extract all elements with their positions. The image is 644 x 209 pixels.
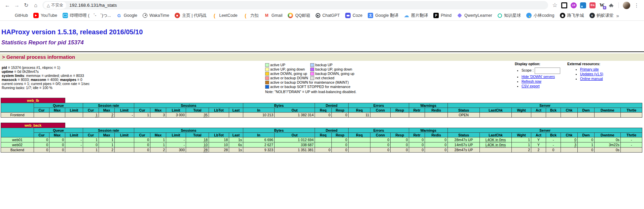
cell: 338 687 <box>275 142 315 148</box>
column-header: LbTot <box>209 133 229 137</box>
cell: 14m57s UP <box>448 142 480 148</box>
security-chip[interactable]: △ 不安全 <box>44 2 66 9</box>
forward-icon[interactable]: → <box>12 1 22 10</box>
bookmark-likou[interactable]: 力扣 <box>240 12 261 19</box>
haproxy-version-link[interactable]: HAProxy version 1.5.18, released 2016/05… <box>1 28 143 36</box>
scope-input[interactable] <box>535 68 560 74</box>
cell: 1 <box>512 137 531 142</box>
tooltip-value: 2 <box>111 113 113 117</box>
cell: 2 <box>99 148 115 153</box>
bookmark-label: 路飞学城 <box>567 13 584 18</box>
bookmark-youtube[interactable]: YouTube <box>31 12 60 19</box>
bookmark-qqmail[interactable]: QQ邮箱 <box>285 12 313 19</box>
display-option-panel: Display option: Scope :Hide 'DOWN' serve… <box>505 62 570 89</box>
cell: 0 <box>134 142 150 148</box>
menu-kebab-icon[interactable]: ⋮ <box>632 1 641 10</box>
group-header: Queue <box>34 103 83 108</box>
coze-favicon <box>345 13 351 18</box>
bookmark-imgtrans[interactable]: 图片翻译 <box>401 12 431 19</box>
bookmark-label: Phind <box>441 13 452 18</box>
extension-translate-icon[interactable]: 中A <box>589 2 596 8</box>
bookmark-xiaolin[interactable]: 小林coding <box>524 12 557 19</box>
external-resource-link-2[interactable]: Online manual <box>580 77 603 81</box>
bookmark-wakatime[interactable]: WakaTime <box>140 12 172 19</box>
back-icon[interactable]: ← <box>3 1 12 10</box>
tooltip-value: 35 <box>204 113 208 117</box>
column-header: Req <box>315 133 332 137</box>
tooltip-value: 1 <box>96 113 98 117</box>
cell: 0 <box>578 137 595 142</box>
column-header: Bck <box>546 133 561 137</box>
bookmark-luffy[interactable]: 路飞学城 <box>557 12 587 19</box>
address-bar[interactable]: △ 不安全 192.168.6.131/ha_stats <box>42 1 548 9</box>
cell: - <box>546 142 561 148</box>
stats-table: web_lbQueueSession rateSessionsBytesDeni… <box>1 98 642 118</box>
cell <box>315 142 332 148</box>
stat-row-web02: web0200-0101-10106s2 627338 6870000014m5… <box>1 142 642 148</box>
bookmark-bilibili[interactable]: 哔哩哔哩 ( ゜- ゜)つ... <box>60 12 114 19</box>
external-resource-item: Primary site <box>580 67 631 71</box>
bookmark-leetcode[interactable]: LeetCode <box>209 12 240 19</box>
bookmark-chatgpt[interactable]: ChatGPT <box>313 12 343 19</box>
column-header: Limit <box>166 108 186 113</box>
home-icon[interactable]: ⌂ <box>31 1 40 10</box>
bookmark-zsxq[interactable]: 知识星球 <box>495 12 524 19</box>
cell <box>409 113 425 118</box>
column-header: Last <box>229 108 243 113</box>
sub-header-row: CurMaxLimitCurMaxLimitCurMaxLimitTotalLb… <box>1 108 642 113</box>
bookmark-gtrans[interactable]: 文Google 翻译 <box>365 12 401 19</box>
extension-w-icon[interactable]: W 6 <box>599 2 605 8</box>
bookmark-mayi[interactable]: s蚂蚁课堂 <box>587 12 616 19</box>
bookmark-phind[interactable]: PPhind <box>431 12 454 19</box>
cell: 3m22s <box>595 142 621 148</box>
column-header: Status <box>448 133 480 137</box>
bilibili-favicon <box>63 13 68 18</box>
external-resource-link-1[interactable]: Updates (v1.5) <box>580 72 603 76</box>
profile-avatar[interactable] <box>623 2 630 9</box>
proxy-name: web_lb <box>1 98 65 103</box>
reload-icon[interactable]: ↻ <box>22 1 31 10</box>
legend-label: active or backup DOWN <box>270 76 309 80</box>
column-header: Limit <box>65 133 83 137</box>
extension-blue-app-icon[interactable] <box>580 2 586 8</box>
bookmark-github[interactable]: GitHub <box>5 12 31 19</box>
imgtrans-favicon <box>404 13 409 18</box>
extension-lr-icon[interactable]: LR <box>571 2 577 8</box>
cell: 0 <box>315 113 332 118</box>
external-resource-link-0[interactable]: Primary site <box>580 67 599 71</box>
extension-frame-icon[interactable] <box>561 2 567 8</box>
cell: L4OK in 0ms <box>480 137 512 142</box>
cell: 1 <box>578 142 595 148</box>
bookmark-star-icon[interactable]: ☆ <box>550 1 560 10</box>
cell <box>546 113 561 118</box>
bookmark-gmail[interactable]: Gmail <box>261 12 285 19</box>
column-header: Req <box>349 108 370 113</box>
bookmark-coze[interactable]: Coze <box>343 12 365 19</box>
group-header: Errors <box>349 103 409 108</box>
group-header: Session rate <box>83 128 134 133</box>
extensions-puzzle-icon[interactable] <box>608 2 614 8</box>
legend-swatch <box>265 85 269 89</box>
title-row-spacer <box>65 98 642 103</box>
column-header: Chk <box>561 133 578 137</box>
column-header: Resp <box>332 133 349 137</box>
cell: 1 <box>99 142 115 148</box>
cell: 1 <box>83 148 99 153</box>
cell: - <box>65 142 83 148</box>
bookmarks-overflow-chevron[interactable]: » <box>616 13 619 18</box>
codewar-favicon <box>175 13 180 18</box>
cell <box>349 137 370 142</box>
display-option-link-2[interactable]: CSV export <box>522 84 540 88</box>
cell <box>621 113 642 118</box>
bookmark-codewar[interactable]: 主页 | 代码战 <box>172 12 209 19</box>
cell: 28m47s UP <box>448 137 480 142</box>
display-option-link-0[interactable]: Hide 'DOWN' servers <box>522 75 555 79</box>
cell: 0 <box>391 137 409 142</box>
bookmark-qwerty[interactable]: QwertyLearner <box>454 12 495 19</box>
display-option-link-1[interactable]: Refresh now <box>522 79 541 83</box>
bookmark-google[interactable]: Google <box>114 12 140 19</box>
cell <box>391 113 409 118</box>
cell <box>578 113 595 118</box>
cell: 1s <box>229 137 243 142</box>
cell <box>115 142 134 148</box>
